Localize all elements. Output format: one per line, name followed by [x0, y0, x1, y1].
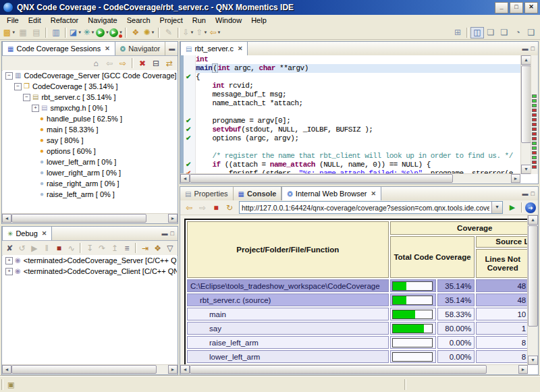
open-perspective-button[interactable]: ⊞: [451, 27, 464, 38]
tree-item[interactable]: ●options [ 60% ]: [3, 146, 177, 157]
search-button[interactable]: ✺▼: [142, 27, 156, 38]
editor-content[interactable]: ✔✔✔✔✔✔ intmain(int argc, char **argv){ i…: [180, 55, 538, 174]
back-history-button[interactable]: ⇦▼: [209, 27, 222, 38]
code-line[interactable]: /* register the name that rbt_client wil…: [196, 152, 520, 161]
browser-vscrollbar[interactable]: ▲ ▼: [527, 215, 538, 365]
expander-icon[interactable]: −: [14, 83, 22, 90]
tree-item[interactable]: −❐CodeCoverage [ 35.14% ]: [3, 81, 177, 92]
tab-internal-web-browser[interactable]: ❂Internal Web Browser✕: [281, 187, 381, 200]
close-icon[interactable]: ✕: [238, 45, 243, 52]
code-line[interactable]: message_buf_t msg;: [196, 90, 520, 99]
link-with-editor-button[interactable]: ⇄: [163, 57, 176, 69]
code-line[interactable]: if ((attach = name_attach (NULL, name, 0…: [196, 161, 520, 169]
code-line[interactable]: progname = argv[0];: [196, 117, 520, 125]
menu-search[interactable]: Search: [122, 16, 155, 25]
close-icon[interactable]: ✕: [105, 45, 110, 52]
perspective-qnx-button[interactable]: ◫: [470, 27, 484, 38]
code-line[interactable]: int: [196, 55, 520, 64]
step-filters-button[interactable]: ⇥: [139, 242, 151, 254]
close-button[interactable]: ✕: [524, 2, 538, 13]
row-name[interactable]: rbt_server.c (source): [187, 293, 389, 306]
tree-item[interactable]: ●lower_left_arm [ 0% ]: [3, 157, 177, 167]
row-name[interactable]: main: [187, 308, 389, 320]
menu-file[interactable]: File: [2, 16, 24, 25]
editor-hscrollbar[interactable]: ◄ ►: [180, 173, 520, 184]
perspective-cpp-button[interactable]: ❏: [497, 27, 511, 38]
scroll-right-icon[interactable]: ►: [518, 365, 528, 374]
tree-item[interactable]: +▤smpxchg.h [ 0% ]: [3, 103, 177, 113]
scroll-thumb[interactable]: [190, 174, 453, 183]
expander-icon[interactable]: +: [5, 268, 13, 275]
scroll-left-icon[interactable]: ◄: [180, 365, 190, 374]
menu-help[interactable]: Help: [246, 16, 271, 25]
row-name[interactable]: raise_left_arm: [187, 336, 389, 349]
code-line[interactable]: name_attach_t *attach;: [196, 99, 520, 108]
tree-item[interactable]: ●lower_right_arm [ 0% ]: [3, 167, 177, 178]
url-input[interactable]: [240, 202, 491, 213]
tab-code-coverage-sessions[interactable]: ▦Code Coverage Sessions✕: [2, 42, 115, 55]
maximize-view-icon[interactable]: □: [531, 45, 535, 52]
browser-stop-button[interactable]: ■: [209, 202, 223, 213]
browser-back-button[interactable]: ⇦: [182, 202, 196, 213]
code-line[interactable]: setvbuf(stdout, NULL, _IOLBF, BUFSIZ );: [196, 125, 520, 134]
menu-window[interactable]: Window: [211, 16, 246, 25]
minimize-view-icon[interactable]: ▬: [162, 230, 168, 237]
scroll-left-icon[interactable]: ◄: [2, 365, 11, 374]
tree-item[interactable]: ●raise_right_arm [ 0% ]: [3, 178, 177, 189]
remove-session-button[interactable]: ✖: [136, 57, 149, 69]
tab-properties[interactable]: ▤Properties: [180, 187, 234, 200]
code-line[interactable]: main(int argc, char **argv): [196, 64, 520, 73]
tab-navigator[interactable]: ❂Navigator: [115, 42, 165, 55]
tree-item[interactable]: ●handle_pulse [ 62.5% ]: [3, 113, 177, 124]
editor-vscrollbar[interactable]: ▲ ▼: [520, 55, 531, 174]
expander-icon[interactable]: −: [23, 94, 30, 101]
scroll-right-icon[interactable]: ►: [168, 214, 178, 223]
debug-launch-item[interactable]: +◉<terminated>CodeCoverage_Client [C/C++…: [3, 266, 177, 277]
maximize-button[interactable]: □: [510, 2, 523, 13]
browser-refresh-button[interactable]: ↻: [223, 202, 236, 213]
terminate-button[interactable]: ■: [53, 242, 65, 254]
menu-project[interactable]: Project: [155, 16, 188, 25]
binary-build-button[interactable]: ▥: [49, 27, 63, 38]
debug-launch-item[interactable]: +◉<terminated>CodeCoverage_Server [C/C++…: [3, 255, 177, 266]
tree-item[interactable]: ●raise_left_arm [ 0% ]: [3, 189, 177, 200]
tab-rbt-server-c[interactable]: ▤rbt_server.c✕: [180, 42, 248, 55]
minimize-view-icon[interactable]: ▬: [522, 190, 529, 197]
scroll-right-icon[interactable]: ►: [511, 174, 520, 183]
menu-navigate[interactable]: Navigate: [83, 16, 122, 25]
browser-go-button[interactable]: ▶: [506, 202, 519, 213]
scroll-thumb[interactable]: [521, 65, 531, 143]
new-button[interactable]: ▩▼: [3, 27, 16, 38]
tree-item[interactable]: ●say [ 80% ]: [3, 135, 177, 146]
row-name[interactable]: C:\Eclipse\tools_tradeshow_workspace\Cod…: [187, 279, 389, 292]
maximize-view-icon[interactable]: □: [178, 45, 178, 52]
sessions-hscrollbar[interactable]: ◄ ►: [2, 213, 178, 223]
scroll-thumb[interactable]: [11, 214, 146, 223]
scroll-down-icon[interactable]: ▼: [528, 356, 538, 365]
tree-item[interactable]: −▥CodeCoverage_Server [GCC Code Coverage…: [3, 70, 177, 81]
scroll-down-icon[interactable]: ▼: [521, 165, 531, 174]
view-menu-button[interactable]: ▽: [164, 242, 176, 254]
minimize-view-icon[interactable]: ▬: [522, 45, 529, 52]
code-line[interactable]: options (argc, argv);: [196, 134, 520, 143]
close-icon[interactable]: ✕: [42, 230, 47, 237]
perspective-profile-button[interactable]: ◔: [511, 27, 524, 38]
remove-terminated-button[interactable]: ✘: [3, 242, 16, 254]
debug-hscrollbar[interactable]: ◄ ►: [2, 364, 178, 374]
profile-button[interactable]: ▶▼: [109, 27, 123, 38]
menu-refactor[interactable]: Refactor: [46, 16, 84, 25]
scroll-thumb[interactable]: [11, 365, 157, 374]
scroll-left-icon[interactable]: ◄: [180, 174, 190, 183]
scroll-left-icon[interactable]: ◄: [2, 214, 11, 223]
open-element-button[interactable]: ❖: [129, 27, 142, 38]
code-line[interactable]: [196, 143, 520, 152]
code-line[interactable]: int rcvid;: [196, 82, 520, 90]
fast-view-icon[interactable]: ▣: [7, 381, 14, 389]
code-line[interactable]: {: [196, 73, 520, 82]
url-dropdown-icon[interactable]: ▼: [491, 202, 502, 213]
maximize-view-icon[interactable]: □: [531, 190, 535, 197]
open-external-browser-button[interactable]: ➜: [525, 202, 536, 213]
debug-launch-button[interactable]: ◪▼: [69, 27, 82, 38]
expander-icon[interactable]: −: [5, 72, 13, 80]
expander-icon[interactable]: +: [5, 257, 13, 264]
